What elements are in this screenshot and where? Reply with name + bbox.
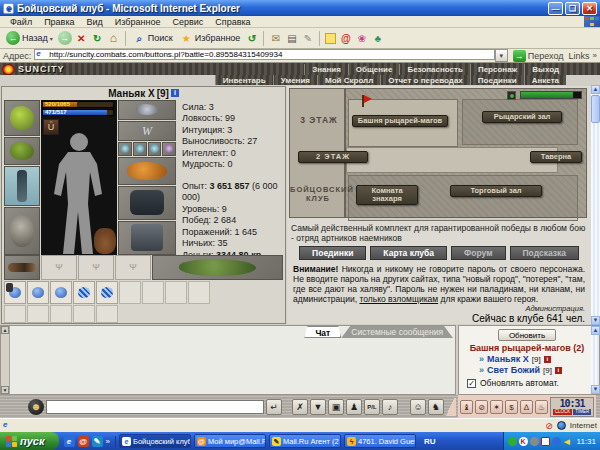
slot-gloves[interactable] [118, 157, 176, 185]
menu-favorites[interactable]: Избранное [109, 17, 167, 27]
chat-scroll-down-icon[interactable]: ▼ [1, 386, 9, 394]
nav-character[interactable]: Персонаж [470, 64, 524, 75]
slot-amulet[interactable]: W [118, 121, 176, 141]
map-plaque-tavern[interactable]: Таверна [530, 151, 582, 163]
back-button[interactable]: ← Назад ▾ [4, 31, 55, 45]
nav-inventory[interactable]: Инвентарь [215, 75, 273, 85]
mail-button[interactable]: ✉ [269, 32, 282, 45]
block-icon[interactable]: ⊘ [475, 400, 488, 414]
taskbar-window-agent[interactable]: ✎ Mail.Ru Агент (2 вк... [269, 434, 341, 448]
quicklaunch-mail-icon[interactable]: @ [78, 436, 89, 447]
scroll-item[interactable] [73, 281, 95, 304]
nav-exit[interactable]: Выход [524, 64, 566, 75]
slot-helmet[interactable] [4, 100, 40, 136]
menu-tools[interactable]: Сервис [166, 17, 209, 27]
main-scrollbar[interactable]: ▲ ▼ [591, 85, 600, 325]
slot-tattoo-2[interactable]: Ψ [78, 255, 114, 280]
scroll-item[interactable] [50, 281, 72, 304]
timer-label[interactable]: TIMER [573, 409, 591, 415]
save-log-button[interactable]: ▣ [328, 399, 344, 415]
quicklaunch-more-icon[interactable]: » [106, 437, 110, 446]
go-button[interactable]: → Переход [511, 50, 566, 62]
forward-button[interactable]: → [58, 31, 72, 45]
tray-network-icon[interactable] [552, 437, 561, 446]
scroll-down-icon[interactable]: ▼ [591, 316, 600, 325]
slot-bracers[interactable] [4, 137, 40, 165]
restore-button[interactable]: ❏ [565, 2, 580, 15]
stop-button[interactable]: ✕ [75, 32, 88, 45]
menu-help[interactable]: Справка [209, 17, 256, 27]
private-log-button[interactable]: P/L [364, 399, 380, 415]
tray-scheduler-icon[interactable] [541, 437, 550, 446]
pet-cat[interactable] [94, 228, 116, 254]
knight-button[interactable]: ♞ [428, 399, 444, 415]
slot-tattoo-1[interactable]: Ψ [41, 255, 77, 280]
nav-profile[interactable]: Анкета [524, 75, 566, 85]
player-info-icon[interactable]: i [544, 356, 551, 363]
volume-icon[interactable]: ◀ [563, 437, 572, 446]
travel-button[interactable]: ♟ [346, 399, 362, 415]
slot-belt[interactable] [4, 255, 40, 280]
empty-slot[interactable] [4, 305, 26, 323]
clear-button[interactable]: ✗ [292, 399, 308, 415]
notes-button[interactable] [325, 33, 336, 44]
nav-security[interactable]: Безопасность [399, 64, 470, 75]
empty-slot[interactable] [50, 305, 72, 323]
slot-armor[interactable] [4, 207, 40, 255]
coins-icon[interactable]: ✶ [490, 400, 503, 414]
close-button[interactable]: ✕ [582, 2, 597, 15]
smiley-button[interactable]: ☺ [410, 399, 426, 415]
nav-scroll[interactable]: Мой Скролл [317, 75, 380, 85]
nav-fights[interactable]: Поединки [470, 75, 524, 85]
mailru-agent-button[interactable]: @ [339, 32, 352, 45]
tab-chat[interactable]: Чат [304, 326, 341, 338]
empty-slot[interactable] [27, 305, 49, 323]
quicklaunch-globe-icon[interactable]: ✎ [92, 436, 103, 447]
forum-button[interactable]: Форум [451, 246, 505, 260]
club-map-button[interactable]: Карта клуба [370, 246, 447, 260]
player-info-icon[interactable]: i [555, 367, 562, 374]
back-dropdown-icon[interactable]: ▾ [50, 35, 53, 42]
slot-tattoo-3[interactable]: Ψ [115, 255, 151, 280]
chat-scroll-up-icon[interactable]: ▲ [1, 326, 9, 334]
messenger-button[interactable]: ♣ [371, 32, 384, 45]
empty-slot[interactable] [142, 281, 164, 304]
menu-view[interactable]: Вид [81, 17, 109, 27]
autoupdate-checkbox[interactable]: ✓ [467, 379, 476, 388]
language-indicator[interactable]: RU [420, 437, 440, 446]
nav-knowledge[interactable]: Знания [304, 64, 348, 75]
empty-slot[interactable] [96, 305, 118, 323]
slot-earrings[interactable] [118, 100, 176, 120]
nav-skills[interactable]: Умения [273, 75, 317, 85]
send-button[interactable]: ↵ [266, 399, 282, 415]
clock-label[interactable]: CLOCK [553, 409, 573, 415]
refresh-button[interactable]: Обновить [498, 329, 556, 341]
taskbar-window-player[interactable]: ϟ 4761. David Guetta f... [344, 434, 416, 448]
nav-transfers[interactable]: Отчет о переводах [380, 75, 470, 85]
map-plaque-knight-hall[interactable]: Рыцарский зал [482, 111, 562, 123]
fights-button[interactable]: Поединки [299, 246, 366, 260]
room-scrollbar[interactable]: ▲ ▼ [591, 326, 599, 394]
character-info-icon[interactable]: i [171, 89, 179, 97]
nav-chat[interactable]: Общение [348, 64, 400, 75]
slot-rings[interactable] [118, 142, 176, 156]
empty-slot[interactable] [119, 281, 141, 304]
lock-icon[interactable]: ∆ [520, 400, 533, 414]
tray-antivirus-icon[interactable]: K [519, 437, 528, 446]
character-name[interactable]: Маньяк X [108, 88, 155, 99]
chat-input[interactable] [46, 400, 264, 414]
player-name[interactable]: Свет Божий [487, 365, 540, 375]
minimize-button[interactable]: — [548, 2, 563, 15]
empty-slot[interactable] [73, 305, 95, 323]
map-plaque-floor2[interactable]: 2 ЭТАЖ [298, 151, 368, 163]
idol-icon[interactable]: ♝ [460, 400, 473, 414]
tab-system-messages[interactable]: Системные сообщения [341, 326, 453, 338]
slot-pants[interactable] [118, 221, 176, 255]
scroll-thumb[interactable] [591, 95, 600, 123]
icq-button[interactable]: ❀ [355, 32, 368, 45]
scroll-item[interactable] [27, 281, 49, 304]
menu-edit[interactable]: Правка [38, 17, 80, 27]
empty-slot[interactable] [188, 281, 210, 304]
taskbar-window-ie[interactable]: e Бойцовский клуб - ... [119, 434, 191, 448]
start-button[interactable]: пуск [0, 432, 59, 450]
